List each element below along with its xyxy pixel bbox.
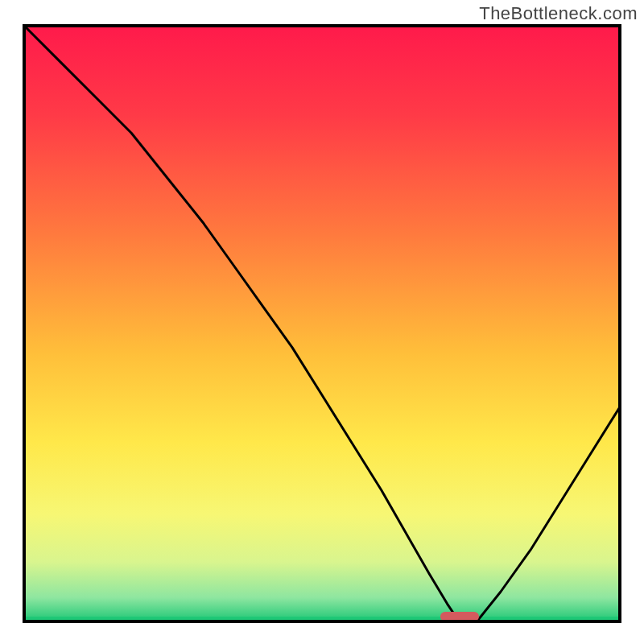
chart-stage: TheBottleneck.com — [0, 0, 644, 644]
watermark-label: TheBottleneck.com — [479, 3, 638, 24]
bottleneck-chart — [0, 0, 644, 644]
